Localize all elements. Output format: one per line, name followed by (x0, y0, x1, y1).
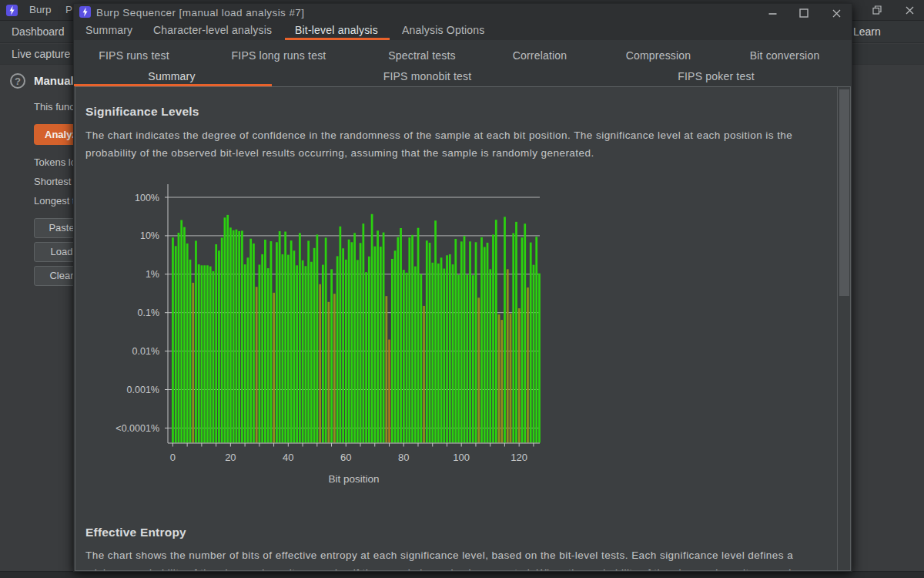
minimize-icon (768, 9, 777, 18)
main-window-title: Burp (29, 0, 52, 20)
restore-icon (872, 5, 882, 15)
dialog-title: Burp Sequencer [manual load analysis #7] (96, 4, 304, 22)
svg-text:0.001%: 0.001% (127, 385, 159, 395)
analysis-content-pane: Significance Levels The chart indicates … (75, 86, 851, 571)
vertical-scrollbar[interactable] (837, 87, 850, 570)
dialog-close-button[interactable] (825, 5, 848, 21)
sequencer-dialog-icon (79, 6, 91, 18)
close-icon (832, 9, 841, 18)
subtab-fips-monobit-test[interactable]: FIPS monobit test (383, 70, 472, 82)
svg-text:100: 100 (453, 452, 470, 463)
subtab-spectral-tests[interactable]: Spectral tests (388, 49, 456, 62)
svg-text:<0.0001%: <0.0001% (116, 423, 159, 434)
subtab-fips-runs-test[interactable]: FIPS runs test (99, 49, 169, 62)
tab-analysis-options[interactable]: Analysis Options (402, 22, 484, 40)
tab-learn[interactable]: Learn (853, 21, 881, 42)
svg-text:0: 0 (170, 452, 176, 463)
effective-entropy-heading: Effective Entropy (85, 526, 186, 539)
bit-level-sub-tab-bar: FIPS runs test FIPS long runs test Spect… (74, 40, 852, 86)
svg-text:Bit position: Bit position (328, 473, 379, 485)
tab-live-capture[interactable]: Live capture (12, 44, 70, 64)
svg-text:40: 40 (283, 452, 293, 463)
burp-app-icon (6, 5, 18, 16)
dialog-minimize-button[interactable] (761, 5, 784, 21)
sequencer-dialog: Burp Sequencer [manual load analysis #7]… (74, 4, 852, 571)
significance-levels-chart: 100%10%1%0.1%0.01%0.001%<0.0001%02040608… (109, 182, 547, 490)
significance-levels-description: The chart indicates the degree of confid… (85, 126, 792, 162)
main-window-title-partial: P (65, 0, 72, 20)
main-window-bottom-strip (0, 571, 924, 578)
svg-text:0.1%: 0.1% (138, 307, 160, 318)
svg-text:80: 80 (398, 452, 409, 463)
subtab-fips-long-runs-test[interactable]: FIPS long runs test (232, 49, 326, 62)
svg-text:20: 20 (225, 452, 236, 463)
tab-character-level-analysis[interactable]: Character-level analysis (153, 22, 272, 40)
maximize-icon (799, 8, 808, 18)
effective-entropy-description: The chart shows the number of bits of ef… (85, 546, 804, 571)
subtab-summary[interactable]: Summary (148, 70, 195, 82)
svg-text:0.01%: 0.01% (132, 346, 159, 357)
close-icon (906, 6, 914, 15)
scrollbar-thumb[interactable] (839, 89, 849, 296)
svg-text:60: 60 (340, 452, 351, 463)
dialog-maximize-button[interactable] (792, 5, 815, 21)
dialog-tab-bar: Summary Character-level analysis Bit-lev… (74, 22, 852, 40)
svg-text:100%: 100% (135, 193, 159, 203)
svg-text:10%: 10% (140, 230, 159, 241)
main-close-button[interactable] (896, 0, 922, 20)
tab-summary[interactable]: Summary (85, 22, 132, 40)
subtab-fips-poker-test[interactable]: FIPS poker test (678, 70, 754, 82)
tab-dashboard[interactable]: Dashboard (12, 21, 65, 42)
svg-text:120: 120 (511, 452, 527, 463)
help-icon[interactable]: ? (10, 73, 25, 89)
dialog-titlebar: Burp Sequencer [manual load analysis #7] (74, 4, 852, 22)
significance-levels-heading: Significance Levels (85, 105, 199, 119)
svg-text:1%: 1% (146, 269, 159, 280)
subtab-correlation[interactable]: Correlation (513, 49, 567, 62)
subtab-bit-conversion[interactable]: Bit conversion (750, 49, 820, 62)
subtab-compression[interactable]: Compression (626, 49, 691, 62)
main-restore-button[interactable] (864, 0, 890, 20)
